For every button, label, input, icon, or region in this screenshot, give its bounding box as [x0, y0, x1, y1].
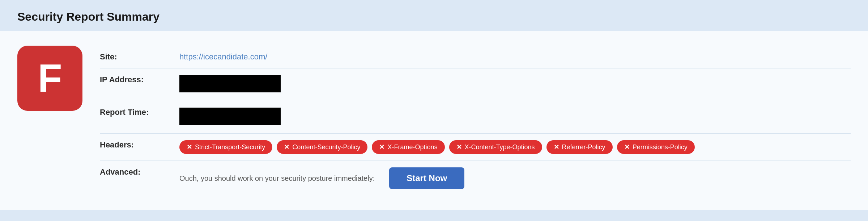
badge-x-icon: ✕	[456, 143, 462, 151]
header-badge: ✕Referrer-Policy	[546, 140, 613, 154]
site-label: Site:	[100, 46, 179, 68]
ip-label: IP Address:	[100, 68, 179, 101]
grade-badge: F	[17, 46, 82, 111]
headers-row: Headers: ✕Strict-Transport-Security✕Cont…	[100, 134, 851, 161]
page-wrapper: Security Report Summary F Site: https://…	[0, 0, 868, 221]
badge-x-icon: ✕	[284, 143, 289, 151]
content-area: F Site: https://icecandidate.com/ IP Add…	[0, 31, 868, 210]
site-value: https://icecandidate.com/	[179, 46, 851, 68]
advanced-label: Advanced:	[100, 161, 179, 196]
headers-label: Headers:	[100, 134, 179, 161]
report-time-label: Report Time:	[100, 101, 179, 134]
badge-label: X-Frame-Options	[387, 143, 437, 151]
details-table: Site: https://icecandidate.com/ IP Addre…	[100, 46, 851, 196]
ip-redacted-block	[179, 75, 281, 92]
badge-x-icon: ✕	[624, 143, 630, 151]
badge-x-icon: ✕	[379, 143, 384, 151]
report-time-value	[179, 101, 851, 134]
page-header: Security Report Summary	[0, 0, 868, 31]
header-badge: ✕X-Frame-Options	[372, 140, 444, 154]
ip-value	[179, 68, 851, 101]
header-badge: ✕Strict-Transport-Security	[179, 140, 272, 154]
site-row: Site: https://icecandidate.com/	[100, 46, 851, 68]
badge-label: Content-Security-Policy	[292, 143, 360, 151]
ip-row: IP Address:	[100, 68, 851, 101]
header-badge: ✕Content-Security-Policy	[277, 140, 367, 154]
page-title: Security Report Summary	[17, 10, 851, 24]
badge-label: Permissions-Policy	[633, 143, 688, 151]
site-link[interactable]: https://icecandidate.com/	[179, 52, 267, 61]
headers-value: ✕Strict-Transport-Security✕Content-Secur…	[179, 134, 851, 161]
grade-letter: F	[38, 58, 62, 98]
badge-label: X-Content-Type-Options	[465, 143, 535, 151]
report-time-row: Report Time:	[100, 101, 851, 134]
badge-label: Strict-Transport-Security	[195, 143, 265, 151]
report-card: F Site: https://icecandidate.com/ IP Add…	[17, 46, 851, 196]
header-badge: ✕X-Content-Type-Options	[449, 140, 542, 154]
headers-container: ✕Strict-Transport-Security✕Content-Secur…	[179, 140, 842, 154]
badge-x-icon: ✕	[554, 143, 559, 151]
header-badge: ✕Permissions-Policy	[617, 140, 695, 154]
report-time-redacted-block	[179, 108, 281, 125]
advanced-value: Ouch, you should work on your security p…	[179, 161, 851, 196]
advanced-text: Ouch, you should work on your security p…	[179, 174, 375, 183]
badge-x-icon: ✕	[187, 143, 192, 151]
advanced-value-cell: Ouch, you should work on your security p…	[179, 167, 842, 189]
advanced-row: Advanced: Ouch, you should work on your …	[100, 161, 851, 196]
badge-label: Referrer-Policy	[562, 143, 605, 151]
start-now-button[interactable]: Start Now	[389, 167, 464, 189]
